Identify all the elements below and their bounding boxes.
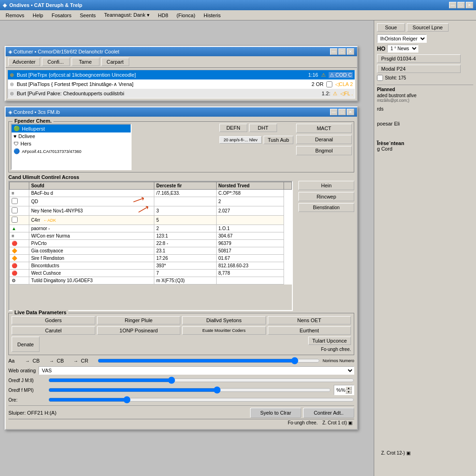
spinner-up[interactable]: ▲ — [345, 386, 352, 390]
list-text-2: Bust [PiaTlops { Fortest fPrpect 1hinutâ… — [17, 81, 133, 87]
row-col3 — [216, 277, 284, 284]
web-orating-select[interactable]: VAS — [39, 366, 354, 375]
ionp-btn[interactable]: 1ONP Posineard — [97, 326, 181, 335]
row-col3 — [216, 216, 284, 225]
row-col2: /7.165,E33. — [154, 190, 216, 197]
contirer-btn[interactable]: Contirer Adt.. — [303, 408, 354, 418]
confi-btn[interactable]: Confi... — [42, 58, 70, 66]
bienstination-btn[interactable]: Bienstination — [298, 203, 354, 212]
list-item-1[interactable]: ⊗ Bust [PieTrpx {of|ccst:al 1licboegncen… — [8, 70, 355, 79]
table-row[interactable]: 🔶 Gia costbyaoce 23.1 50817 — [10, 247, 292, 255]
inner1-maximize[interactable]: □ — [338, 48, 346, 55]
spinner-down[interactable]: ▼ — [345, 390, 352, 394]
list-hers[interactable]: 🛡 Hers — [12, 140, 131, 147]
fpender-listbox[interactable]: 🟢 Helluperst ♥ Dclivee 🛡 Hers — [11, 124, 132, 170]
slider-label-cr: CR — [81, 358, 95, 364]
diallvd-btn[interactable]: Diallvd Syetons — [182, 316, 266, 324]
table-row[interactable]: Ney Nene Nov1-4NYP63 3 2.027 — [10, 206, 292, 216]
deranal-btn[interactable]: Deranal — [296, 135, 352, 144]
inner2-close[interactable]: ✕ — [347, 109, 354, 115]
inner-title-bar-1: ◈ Cottuner • CnmorDitr15tr6f2 Delanohctr… — [6, 47, 357, 56]
inner-window-1: ◈ Cottuner • CnmorDitr15tr6f2 Delanohctr… — [5, 46, 358, 101]
table-row[interactable]: 🔴 Wect Cushsce 7 8,778 — [10, 270, 292, 277]
euate-btn[interactable]: Euate Mouritter Coders — [182, 326, 266, 335]
modal-button[interactable]: Modal P24 — [377, 65, 461, 73]
maximize-btn[interactable]: □ — [457, 2, 465, 8]
menu-item-fosators[interactable]: Fosators — [48, 12, 75, 19]
stoht-checkbox[interactable] — [377, 75, 383, 81]
table-row[interactable]: 🔴 P/vCrto 22:8 - 96379 — [10, 240, 292, 247]
advcenter-btn[interactable]: Advcenter — [8, 58, 40, 66]
hein-btn[interactable]: Hein — [298, 181, 354, 190]
arrow-icon-2: → — [49, 358, 54, 364]
inner-title-icon-1: ◈ — [8, 49, 13, 54]
list-col5-1: ⚠ COD C — [329, 72, 353, 78]
row-icon — [10, 206, 29, 216]
list-item-3[interactable]: ⊗ Burt [PuFvrd Pakre: Chedountupperts ou… — [8, 89, 355, 98]
inner1-close[interactable]: ✕ — [347, 48, 354, 55]
sourcel-lpne-button[interactable]: Sourcel Lpne — [407, 23, 449, 32]
rincwep-btn[interactable]: Rincwep — [298, 192, 354, 201]
bngmol-btn[interactable]: Bngmol — [296, 146, 352, 155]
defn-btn[interactable]: DEFN — [219, 124, 247, 132]
row-col2: 3 — [154, 206, 216, 216]
row-col2: m X(F75:(Q3) — [154, 277, 216, 284]
table-row[interactable]: ≡ BAcF-bu d /7.165,E33. C.OP*:768 — [10, 190, 292, 197]
table-row[interactable]: ▲ paornor - 2 1.O.1 — [10, 225, 292, 232]
syeio-clrar-btn[interactable]: Syelo to Clrar — [250, 408, 301, 418]
inner2-minimize[interactable]: — — [330, 109, 337, 115]
menu-item-fionca[interactable]: (Fionca) — [173, 12, 199, 19]
nens-oet-btn[interactable]: Nens OET — [268, 316, 351, 324]
eurthent-btn[interactable]: Eurthent — [268, 326, 351, 335]
list-checkbox-2[interactable] — [326, 81, 332, 87]
live-data-row2: Carutel 1ONP Posineard Euate Mouritter C… — [12, 326, 351, 335]
cand-table-container[interactable]: Soufd Derceste fir Norsted Trved ≡ — [8, 181, 293, 311]
row-col3: 2.027 — [216, 206, 284, 216]
oredf-slider-1[interactable] — [48, 377, 354, 384]
list-afpcoif[interactable]: 🔵 AFpcoif.41.CAI70137373/47360 — [12, 147, 131, 155]
goders-btn[interactable]: Goders — [12, 316, 95, 324]
prsgld-button[interactable]: Prsgld 01034-4 — [377, 54, 461, 63]
table-row[interactable]: QD 2 — [10, 197, 292, 206]
dht-btn[interactable]: DHT — [249, 124, 277, 132]
table-row[interactable]: 🔴 Bincontductrs 393* 812.168.60-23 — [10, 262, 292, 270]
main-area: Soue Sourcel Lpne IhOriston Reiger HO 1 … — [0, 20, 476, 476]
inner1-minimize[interactable]: — — [330, 48, 337, 55]
table-row[interactable]: ⚙ Tutild Dingaltony 10./G4DEF3 m X(F75:(… — [10, 277, 292, 284]
soue-button[interactable]: Soue — [377, 23, 405, 32]
carpart-btn[interactable]: Carpart — [101, 58, 129, 66]
list-item-2[interactable]: ⊗ Bust [PiaTlops { Fortest fPrpect 1hinu… — [8, 79, 355, 89]
counter-btn[interactable]: 20 anp/s-fi-... Nlev — [219, 136, 262, 144]
table-row[interactable]: 🔶 Sire f Rendiston 17:26 01.67 — [10, 255, 292, 262]
ihoriston-dropdown[interactable]: IhOriston Reiger — [377, 34, 427, 43]
menu-item-seents[interactable]: Seents — [76, 12, 99, 19]
menu-item-removs[interactable]: Removs — [2, 12, 28, 19]
inner2-maximize[interactable]: □ — [338, 109, 346, 115]
slider-cr[interactable] — [98, 357, 320, 364]
tarne-btn[interactable]: Tarne — [72, 58, 99, 66]
menu-item-teannagust[interactable]: Teannagust: Dank ▾ — [100, 11, 153, 19]
denate-btn[interactable]: Denate — [12, 337, 40, 352]
tushaub-btn[interactable]: Tush Aub — [264, 136, 293, 144]
list-helluperst[interactable]: 🟢 Helluperst — [12, 125, 131, 132]
list-dclivee[interactable]: ♥ Dclivee — [12, 132, 131, 140]
window-content-2: Fpender Chem. 🟢 Helluperst ♥ Dclivee — [6, 117, 357, 429]
afpcoif-icon: 🔵 — [13, 148, 20, 154]
menu-item-histeris[interactable]: Histeris — [200, 12, 225, 19]
web-orating-label: Web orating — [8, 368, 36, 373]
oredf-slider-3[interactable] — [48, 396, 354, 403]
menu-item-help[interactable]: Help — [29, 12, 47, 19]
tulart-btn[interactable]: Tulart Upconce — [308, 337, 351, 345]
row-col2: 7 — [154, 270, 216, 277]
row-icon: 🔶 — [10, 255, 29, 262]
close-btn[interactable]: ✕ — [466, 2, 473, 8]
oredf-slider-2[interactable] — [48, 386, 331, 394]
table-row[interactable]: ≡ W/Con esrr Nurma 123:1 304.67 — [10, 232, 292, 240]
minimize-btn[interactable]: — — [449, 2, 456, 8]
menu-item-hd8[interactable]: HD8 — [154, 12, 172, 19]
ringer-plule-btn[interactable]: Ringer Plule — [97, 316, 181, 324]
news-dropdown[interactable]: 1 ° News — [387, 45, 418, 53]
mact-btn[interactable]: MACT — [296, 124, 352, 133]
carutel-btn[interactable]: Carutel — [12, 326, 95, 335]
table-row[interactable]: C4rr ←ADK 5 — [10, 216, 292, 225]
